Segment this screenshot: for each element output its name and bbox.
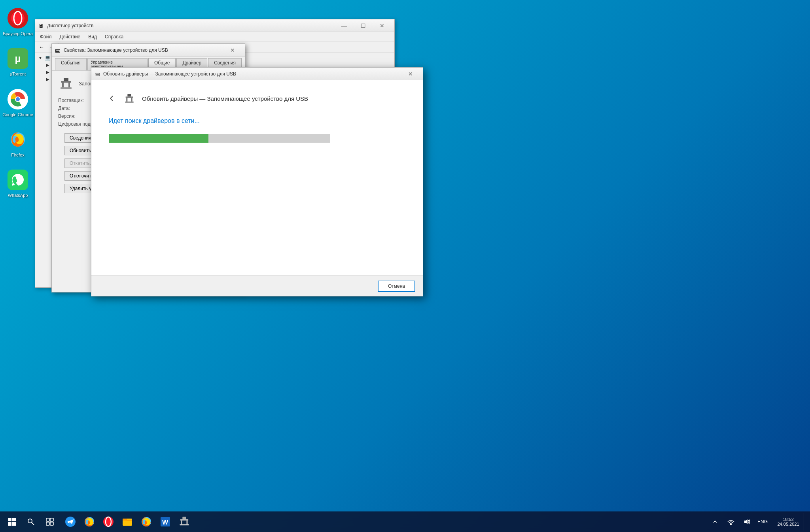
back-arrow-button[interactable]	[107, 94, 117, 103]
properties-icon: 🖴	[55, 47, 61, 53]
update-close-button[interactable]: ✕	[401, 68, 420, 80]
svg-point-4	[16, 97, 20, 101]
titlebar-buttons: — ☐ ✕	[335, 19, 391, 32]
taskbar-opera[interactable]	[100, 513, 117, 530]
taskbar-pinned-apps: W	[62, 513, 193, 530]
utorrent-app-icon: µ	[8, 48, 28, 69]
taskbar-usb-manager[interactable]	[176, 513, 193, 530]
update-driver-dialog: 🖴 Обновить драйверы — Запоминающее устро…	[91, 67, 423, 296]
tray-keyboard-icon[interactable]: ENG	[755, 513, 770, 530]
tab-events[interactable]: События	[55, 58, 87, 70]
svg-point-0	[11, 11, 25, 25]
menu-view[interactable]: Вид	[85, 32, 100, 41]
firefox-app-icon	[8, 129, 28, 150]
update-titlebar: 🖴 Обновить драйверы — Запоминающее устро…	[91, 68, 423, 80]
whatsapp-icon-item[interactable]: WhatsApp	[2, 170, 34, 198]
utorrent-label: μTorrent	[10, 71, 26, 77]
taskbar-search-button[interactable]	[22, 513, 40, 530]
svg-rect-37	[181, 521, 182, 525]
firefox-label: Firefox	[11, 152, 25, 158]
searching-text: Идет поиск драйверов в сети...	[109, 117, 407, 125]
svg-rect-38	[186, 521, 187, 525]
tray-volume-icon[interactable]	[740, 513, 754, 530]
progress-bar	[109, 134, 208, 143]
svg-rect-22	[46, 518, 49, 521]
device-manager-title: Диспетчер устройств	[47, 23, 332, 28]
start-button[interactable]	[3, 513, 21, 530]
update-window-icon: 🖴	[95, 71, 100, 77]
desktop-icons: Браузер Opera µ μTorrent Google Chrome	[0, 0, 36, 198]
menu-file[interactable]: Файл	[37, 32, 55, 41]
firefox-icon-item[interactable]: Firefox	[2, 129, 34, 158]
svg-rect-7	[61, 81, 71, 83]
update-footer: Отмена	[91, 275, 423, 296]
update-header: Обновить драйверы — Запоминающее устройс…	[107, 92, 407, 105]
utorrent-icon-item[interactable]: µ μTorrent	[2, 48, 34, 77]
device-manager-menu: Файл Действие Вид Справка	[35, 32, 394, 42]
svg-point-20	[28, 519, 32, 523]
svg-rect-17	[12, 518, 16, 521]
taskbar-word[interactable]: W	[157, 513, 174, 530]
back-toolbar-btn[interactable]: ←	[37, 42, 46, 52]
chrome-icon-item[interactable]: Google Chrome	[2, 89, 34, 117]
device-manager-icon: 🖥	[38, 23, 44, 29]
svg-line-21	[32, 523, 34, 525]
properties-close-button[interactable]: ✕	[223, 44, 242, 57]
cancel-update-button[interactable]: Отмена	[378, 281, 415, 292]
whatsapp-app-icon	[8, 170, 28, 190]
svg-rect-10	[61, 87, 72, 89]
progress-container	[109, 134, 330, 143]
minimize-button[interactable]: —	[335, 19, 353, 32]
svg-rect-19	[12, 522, 16, 526]
taskbar-clock[interactable]: 18:52 24.05.2021	[774, 513, 802, 530]
svg-rect-35	[182, 517, 186, 519]
close-button[interactable]: ✕	[373, 19, 391, 32]
svg-rect-11	[127, 94, 131, 96]
svg-rect-16	[8, 518, 11, 521]
taskbar-firefox2[interactable]	[138, 513, 155, 530]
menu-action[interactable]: Действие	[57, 32, 84, 41]
clock-time: 18:52	[783, 517, 794, 522]
update-body: Обновить драйверы — Запоминающее устройс…	[91, 80, 423, 155]
svg-rect-31	[123, 519, 127, 521]
svg-point-40	[731, 524, 732, 525]
whatsapp-label: WhatsApp	[8, 192, 28, 198]
svg-rect-6	[64, 78, 68, 81]
clock-date: 24.05.2021	[777, 522, 799, 526]
chrome-label: Google Chrome	[2, 112, 33, 117]
taskbar: W	[0, 511, 810, 532]
taskbar-firefox[interactable]	[81, 513, 98, 530]
svg-rect-15	[125, 102, 134, 103]
svg-rect-9	[68, 83, 70, 88]
device-usb-icon	[58, 75, 74, 91]
svg-rect-18	[8, 522, 11, 526]
svg-text:W: W	[162, 519, 168, 526]
svg-rect-13	[126, 98, 127, 102]
show-desktop-button[interactable]	[804, 513, 807, 530]
svg-rect-14	[131, 98, 132, 102]
svg-rect-12	[126, 96, 133, 98]
svg-rect-25	[50, 522, 53, 525]
opera-app-icon	[8, 8, 28, 28]
system-tray: ENG	[705, 513, 773, 530]
svg-point-28	[103, 517, 114, 527]
chrome-app-icon	[8, 89, 28, 109]
svg-rect-23	[50, 518, 53, 521]
opera-label: Браузер Opera	[3, 31, 33, 36]
svg-rect-8	[62, 83, 64, 88]
taskbar-telegram[interactable]	[62, 513, 79, 530]
tray-network-icon[interactable]	[724, 513, 738, 530]
svg-rect-24	[46, 522, 49, 525]
menu-help[interactable]: Справка	[102, 32, 127, 41]
properties-title: Свойства: Запоминающее устройство для US…	[64, 47, 220, 53]
svg-rect-36	[180, 519, 188, 521]
opera-icon-item[interactable]: Браузер Opera	[2, 8, 34, 36]
taskbar-explorer[interactable]	[119, 513, 136, 530]
task-view-button[interactable]	[41, 513, 59, 530]
svg-rect-39	[180, 524, 189, 525]
tray-expand-button[interactable]	[708, 513, 722, 530]
update-usb-icon	[123, 92, 136, 105]
maximize-button[interactable]: ☐	[354, 19, 372, 32]
device-manager-titlebar: 🖥 Диспетчер устройств — ☐ ✕	[35, 19, 394, 32]
update-dialog-title: Обновить драйверы — Запоминающее устройс…	[142, 95, 308, 102]
